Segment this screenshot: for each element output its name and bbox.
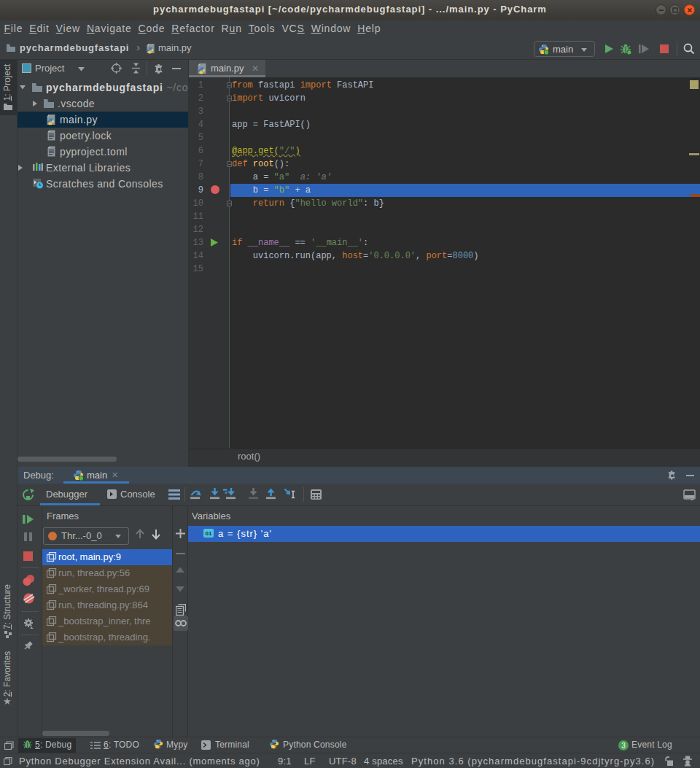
- svg-text:3: 3: [621, 742, 626, 750]
- svg-text:01: 01: [206, 530, 212, 537]
